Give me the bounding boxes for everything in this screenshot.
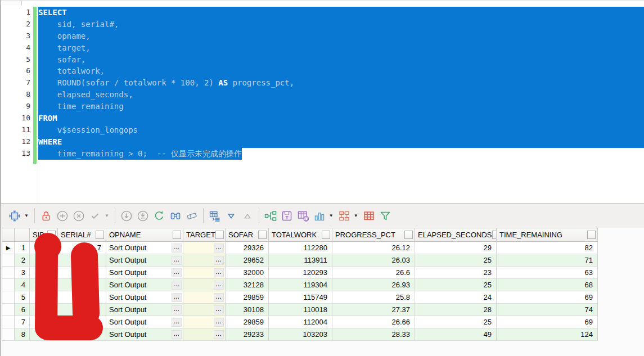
code-line[interactable]: v$session_longops (38, 124, 644, 136)
cell-totalwork[interactable]: 120293 (269, 267, 332, 279)
cell-elapsed[interactable]: 29 (415, 242, 497, 254)
cell-elapsed[interactable]: 49 (415, 328, 497, 341)
cell-sid[interactable] (30, 304, 58, 316)
cell-sofar[interactable]: 29233 (226, 328, 269, 341)
cell-editor-button[interactable]: ... (214, 318, 224, 327)
cell-editor-button[interactable]: ... (214, 256, 224, 265)
cell-totalwork[interactable]: 103203 (269, 328, 332, 341)
cell-opname[interactable]: Sort Output... (106, 328, 183, 341)
table-row[interactable]: 2Sort Output......2965211391126.032571 (2, 254, 598, 267)
code-line[interactable]: ROUND(sofar / totalwork * 100, 2) AS pro… (38, 77, 644, 89)
column-checkbox-icon[interactable] (322, 231, 330, 239)
cell-totalwork[interactable]: 113911 (269, 254, 332, 267)
cell-elapsed[interactable]: 25 (415, 254, 497, 267)
table-row[interactable]: 7Sort Output......2985911200426.662569 (2, 316, 598, 328)
cell-sid[interactable] (30, 242, 58, 254)
code-line[interactable]: opname, (38, 30, 644, 42)
cell-serial[interactable] (58, 291, 106, 304)
cell-target[interactable]: ... (183, 304, 226, 316)
cell-sofar[interactable]: 29859 (226, 291, 269, 304)
post-edit-icon-dropdown[interactable]: ▼ (105, 213, 109, 218)
column-header-sofar[interactable]: SOFAR (226, 228, 269, 242)
cell-progress[interactable]: 26.66 (332, 316, 415, 328)
cell-elapsed[interactable]: 24 (415, 291, 497, 304)
cell-remaining[interactable]: 71 (497, 254, 598, 267)
column-checkbox-icon[interactable] (587, 231, 596, 239)
cell-opname[interactable]: Sort Output... (106, 291, 183, 304)
post-edit-icon[interactable] (88, 209, 102, 223)
cell-target[interactable]: ... (183, 328, 226, 341)
chart-icon-dropdown[interactable]: ▼ (329, 213, 334, 218)
cell-serial[interactable] (58, 328, 106, 341)
cell-target[interactable]: ... (183, 267, 226, 279)
cell-target[interactable]: ... (183, 242, 226, 254)
column-checkbox-icon[interactable] (47, 231, 56, 239)
cell-remaining[interactable]: 82 (497, 242, 598, 254)
code-line[interactable]: target, (38, 42, 644, 54)
cell-serial[interactable] (58, 316, 106, 328)
table-row[interactable]: 8Sort Output......2923310320328.3349124 (2, 328, 598, 341)
cell-target[interactable]: ... (183, 279, 226, 291)
cell-editor-button[interactable]: ... (214, 244, 224, 253)
cell-progress[interactable]: 26.93 (332, 279, 415, 291)
table-row[interactable]: 3Sort Output......3200012029326.62363 (2, 267, 598, 279)
cell-remaining[interactable]: 69 (497, 316, 598, 328)
cell-opname[interactable]: Sort Output... (106, 279, 183, 291)
lock-icon[interactable] (39, 209, 53, 223)
cell-remaining[interactable]: 74 (497, 304, 598, 316)
cell-progress[interactable]: 26.03 (332, 254, 415, 267)
cell-marker[interactable] (2, 291, 15, 304)
cell-marker[interactable] (2, 279, 15, 291)
cell-serial[interactable] (58, 279, 106, 291)
code-line[interactable]: sofar, (38, 54, 644, 66)
chart-icon[interactable] (313, 209, 326, 223)
cell-sid[interactable] (30, 328, 58, 341)
cell-progress[interactable]: 28.33 (332, 328, 415, 341)
sql-editor[interactable]: 12345678910111213 SELECT sid, serial#, o… (1, 5, 644, 203)
cell-marker[interactable] (2, 316, 15, 328)
code-line[interactable]: totalwork, (38, 65, 644, 77)
column-header-remaining[interactable]: TIME_REMAINING (497, 228, 598, 242)
cell-opname[interactable]: Sort Output... (106, 316, 183, 328)
cell-marker[interactable] (2, 267, 15, 279)
fetch-all-icon[interactable] (136, 209, 150, 223)
cell-marker[interactable] (2, 254, 15, 267)
code-line[interactable]: SELECT (38, 7, 644, 19)
cell-editor-button[interactable]: ... (172, 305, 182, 314)
cell-target[interactable]: ... (183, 291, 226, 304)
filter-up-icon[interactable] (241, 209, 254, 223)
code-line[interactable]: time_remaining > 0; -- 仅显示未完成的操作 (38, 148, 644, 160)
cell-progress[interactable]: 25.8 (332, 291, 415, 304)
cell-rownum[interactable]: 3 (15, 267, 30, 279)
pivot-grid-icon[interactable] (362, 209, 376, 223)
cell-sofar[interactable]: 30108 (226, 304, 269, 316)
cell-totalwork[interactable]: 110018 (269, 304, 332, 316)
code-line[interactable]: elapsed_seconds, (38, 89, 644, 101)
column-header-opname[interactable]: OPNAME (106, 228, 183, 242)
cell-totalwork[interactable]: 119304 (269, 279, 332, 291)
cell-rownum[interactable]: 6 (15, 304, 30, 316)
refresh-icon[interactable] (152, 209, 166, 223)
fetch-next-icon[interactable] (120, 209, 133, 223)
cell-editor-button[interactable]: ... (172, 244, 182, 253)
cell-editor-button[interactable]: ... (172, 268, 182, 277)
code-area[interactable]: SELECT sid, serial#, opname, target, sof… (38, 7, 644, 160)
cell-remaining[interactable]: 63 (497, 267, 598, 279)
cell-opname[interactable]: Sort Output... (106, 254, 183, 267)
cell-editor-button[interactable]: ... (214, 281, 224, 290)
grid-views-icon[interactable] (208, 209, 222, 223)
column-checkbox-icon[interactable] (215, 231, 224, 239)
column-header-serial[interactable]: SERIAL# (58, 228, 106, 242)
cell-elapsed[interactable]: 28 (415, 304, 497, 316)
cell-marker[interactable] (2, 304, 15, 316)
cell-serial[interactable] (58, 254, 106, 267)
layout-blocks-icon[interactable] (337, 209, 351, 223)
cell-totalwork[interactable]: 112004 (269, 316, 332, 328)
cell-editor-button[interactable]: ... (172, 281, 182, 290)
cell-editor-button[interactable]: ... (214, 293, 224, 302)
column-checkbox-icon[interactable] (96, 231, 104, 239)
table-row[interactable]: 4Sort Output......3212811930426.932568 (2, 279, 598, 291)
cell-editor-button[interactable]: ... (172, 318, 182, 327)
delete-record-icon[interactable] (72, 209, 85, 223)
dock-editor-icon[interactable] (8, 209, 21, 223)
